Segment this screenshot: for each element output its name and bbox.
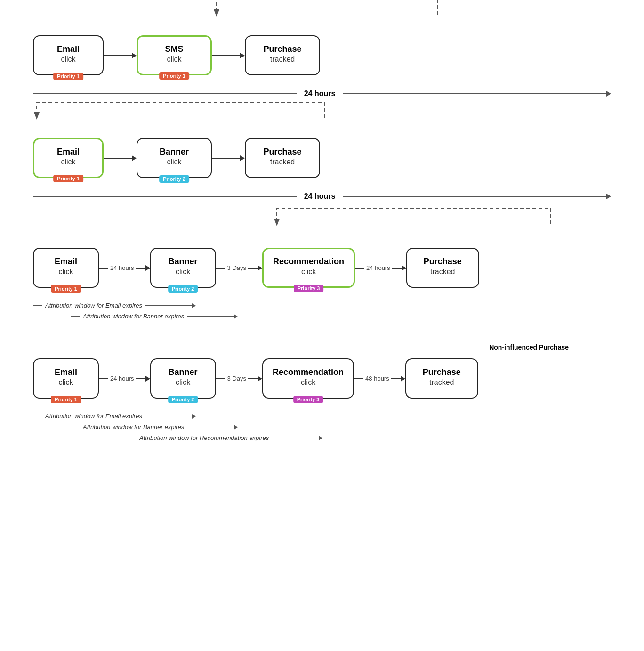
arrow-4-2: 3 Days [216,375,262,382]
attr-label-4-1: Attribution window for Email expires [45,413,142,420]
node-email-4: Email click Priority 1 [33,358,99,399]
node-banner-2: Banner click Priority 2 [137,138,212,178]
node-sms-1: SMS click Priority 1 [137,35,212,75]
attr-row-3-1: Attribution window for Email expires [33,302,625,309]
node-email-2-title: Email [57,147,80,157]
node-sms-1-sub: click [167,55,181,64]
node-banner-4-sub: click [176,378,190,387]
arrow-3-1-label: 24 hours [110,264,134,271]
node-recommendation-3: Recommendation click Priority 3 [262,248,355,288]
node-banner-3-title: Banner [169,257,198,267]
node-email-3-sub: click [58,268,73,276]
arrow-3-3-label: 24 hours [366,264,390,271]
diagram-1: Email click Priority 1 SMS click Priorit… [19,14,625,98]
diagram-3: Email click Priority 1 24 hours Banner c… [19,224,625,320]
arrow-1-1 [104,53,137,58]
badge-banner-4: Priority 2 [168,396,198,403]
arrow-4-2-label: 3 Days [227,375,246,382]
attr-label-3-2: Attribution window for Banner expires [83,313,184,320]
arrow-3-2: 3 Days [216,264,262,271]
node-banner-2-sub: click [167,158,181,166]
attr-label-4-3: Attribution window for Recommendation ex… [139,434,269,441]
badge-banner-3: Priority 2 [168,285,198,293]
diagram-2: Email click Priority 1 Banner click Prio… [19,117,625,201]
non-influenced-label: Non-influenced Purchase [19,343,625,351]
badge-email-1: Priority 1 [53,73,83,80]
node-purchase-4-title: Purchase [423,367,461,378]
arrow-4-1-label: 24 hours [110,375,134,382]
arrow-3-2-label: 3 Days [227,264,246,271]
node-email-1-sub: click [61,55,75,64]
badge-rec-3: Priority 3 [294,285,324,292]
node-email-4-sub: click [58,378,73,387]
attr-label-3-1: Attribution window for Email expires [45,302,142,309]
arrow-3-1: 24 hours [99,264,150,271]
node-banner-3: Banner click Priority 2 [150,248,216,288]
node-purchase-2-sub: tracked [270,158,295,166]
node-banner-4: Banner click Priority 2 [150,358,216,399]
badge-email-3: Priority 1 [51,285,81,293]
arrow-2-1 [104,155,137,161]
node-banner-2-title: Banner [160,147,189,157]
arrow-4-3: 48 hours [354,375,405,382]
node-purchase-2-title: Purchase [263,147,301,157]
arrow-1-2 [212,53,245,58]
node-purchase-3-title: Purchase [424,257,462,267]
node-email-1: Email click Priority 1 [33,35,104,75]
time-bar-1-label: 24 hours [304,90,336,98]
node-email-2: Email click Priority 1 [33,138,104,178]
node-banner-4-title: Banner [169,367,198,378]
attr-row-4-3: Attribution window for Recommendation ex… [127,434,625,441]
badge-rec-4: Priority 3 [293,396,323,403]
time-bar-1: 24 hours [33,90,611,98]
node-purchase-3-sub: tracked [430,268,455,276]
node-recommendation-4: Recommendation click Priority 3 [262,358,354,399]
badge-banner-2: Priority 2 [159,175,189,183]
node-purchase-4-sub: tracked [429,378,454,387]
node-rec-3-sub: click [301,268,316,276]
badge-email-2: Priority 1 [53,175,83,182]
attr-row-4-1: Attribution window for Email expires [33,413,625,420]
time-bar-2-label: 24 hours [304,192,336,201]
node-email-3: Email click Priority 1 [33,248,99,288]
node-sms-1-title: SMS [165,44,183,55]
node-purchase-1-title: Purchase [263,44,301,55]
node-rec-4-title: Recommendation [273,367,344,378]
node-email-2-sub: click [61,158,75,166]
node-purchase-1-sub: tracked [270,55,295,64]
diagram-4: Non-influenced Purchase Email click Prio… [19,343,625,441]
badge-email-4: Priority 1 [51,396,81,403]
attr-row-4-2: Attribution window for Banner expires [71,423,625,431]
node-purchase-1: Purchase tracked [245,35,320,75]
node-email-3-title: Email [55,257,77,267]
node-email-4-title: Email [55,367,77,378]
arrow-4-3-label: 48 hours [365,375,389,382]
node-banner-3-sub: click [176,268,190,276]
node-email-1-title: Email [57,44,80,55]
arrow-4-1: 24 hours [99,375,150,382]
arrow-3-3: 24 hours [355,264,406,271]
node-purchase-4: Purchase tracked [405,358,478,399]
arrow-2-2 [212,155,245,161]
time-bar-2: 24 hours [33,192,611,201]
node-rec-3-title: Recommendation [273,257,344,267]
node-purchase-3: Purchase tracked [406,248,479,288]
attr-label-4-2: Attribution window for Banner expires [83,423,184,431]
badge-sms-1: Priority 1 [159,72,189,80]
node-purchase-2: Purchase tracked [245,138,320,178]
attr-row-3-2: Attribution window for Banner expires [71,313,625,320]
node-rec-4-sub: click [301,378,315,387]
